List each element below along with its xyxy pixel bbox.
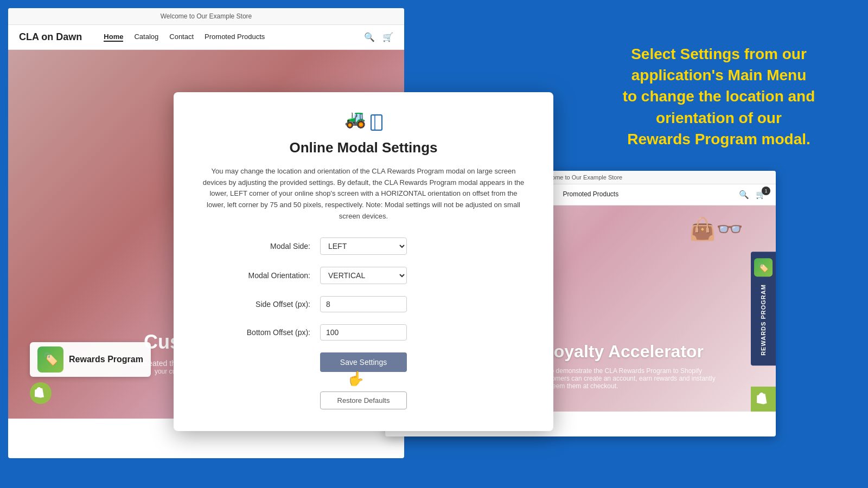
modal-orientation-label: Modal Orientation: xyxy=(201,271,320,280)
instruction-line1: Select Settings from our application's M… xyxy=(631,46,807,84)
modal-side-label: Modal Side: xyxy=(201,242,320,251)
right-store-icons: 🔍 🛒 1 xyxy=(739,190,766,200)
topbar-text: Welcome to Our Example Store xyxy=(161,12,252,20)
bottom-offset-input[interactable] xyxy=(320,324,407,341)
right-cart-icon[interactable]: 🛒 1 xyxy=(756,190,766,200)
save-settings-button[interactable]: Save Settings xyxy=(320,352,407,372)
modal-orientation-row: Modal Orientation: VERTICAL HORIZONTAL xyxy=(201,267,526,284)
side-offset-input[interactable] xyxy=(320,296,407,312)
modal-side-row: Modal Side: LEFT RIGHT xyxy=(201,237,526,255)
instruction-line3: Rewards Program modal. xyxy=(627,131,810,147)
side-offset-row: Side Offset (px): xyxy=(201,296,526,312)
cursor-hand-icon: 👆 xyxy=(347,370,365,387)
bg-store-nav: Home Catalog Contact Promoted Products xyxy=(104,33,265,42)
modal-description: You may change the location and orientat… xyxy=(201,166,526,222)
modal-buttons: Save Settings 👆 Restore Defaults xyxy=(201,352,526,409)
bottom-offset-row: Bottom Offset (px): xyxy=(201,324,526,341)
right-nav-promoted[interactable]: Promoted Products xyxy=(563,190,618,199)
modal-title: Online Modal Settings xyxy=(201,139,526,156)
bg-store-brand: CLA on Dawn xyxy=(19,31,82,43)
cart-count-badge: 1 xyxy=(762,187,770,195)
logo-boxes xyxy=(371,114,382,131)
shopify-badge-left xyxy=(30,382,52,404)
bg-nav-promoted[interactable]: Promoted Products xyxy=(205,33,265,42)
hero-items: 👜👓 xyxy=(689,216,743,242)
bg-nav-contact[interactable]: Contact xyxy=(169,33,194,42)
bg-nav-catalog[interactable]: Catalog xyxy=(134,33,158,42)
modal-side-select[interactable]: LEFT RIGHT xyxy=(320,237,407,255)
side-offset-label: Side Offset (px): xyxy=(201,300,320,309)
shopify-badge-right xyxy=(751,387,776,412)
settings-modal: 🚜 Online Modal Settings You may change t… xyxy=(174,92,553,431)
rewards-widget-icon: 🏷️ xyxy=(754,258,773,277)
svg-rect-0 xyxy=(371,115,382,130)
modal-orientation-select[interactable]: VERTICAL HORIZONTAL xyxy=(320,267,407,284)
rewards-text-left: Rewards Program xyxy=(69,355,143,364)
search-icon[interactable]: 🔍 xyxy=(364,32,375,42)
instruction-text: Select Settings from our application's M… xyxy=(586,43,852,150)
bg-store-navbar: CLA on Dawn Home Catalog Contact Promote… xyxy=(8,25,404,50)
bg-nav-home[interactable]: Home xyxy=(104,33,123,42)
modal-logo: 🚜 xyxy=(201,108,526,131)
cart-icon[interactable]: 🛒 xyxy=(382,32,393,42)
instruction-line2: to change the location and orientation o… xyxy=(623,88,815,126)
tractor-icon: 🚜 xyxy=(344,109,366,129)
bg-store-topbar: Welcome to Our Example Store xyxy=(8,8,404,25)
restore-defaults-button[interactable]: Restore Defaults xyxy=(320,391,407,409)
bottom-offset-label: Bottom Offset (px): xyxy=(201,328,320,337)
rewards-widget-text: Rewards Program xyxy=(760,281,767,359)
rewards-badge-left[interactable]: 🏷️ Rewards Program xyxy=(30,342,151,377)
rewards-icon-left: 🏷️ xyxy=(37,346,63,373)
bg-store-icons: 🔍 🛒 xyxy=(364,32,393,42)
right-search-icon[interactable]: 🔍 xyxy=(739,190,749,200)
rewards-widget-right[interactable]: 🏷️ Rewards Program xyxy=(751,252,776,365)
